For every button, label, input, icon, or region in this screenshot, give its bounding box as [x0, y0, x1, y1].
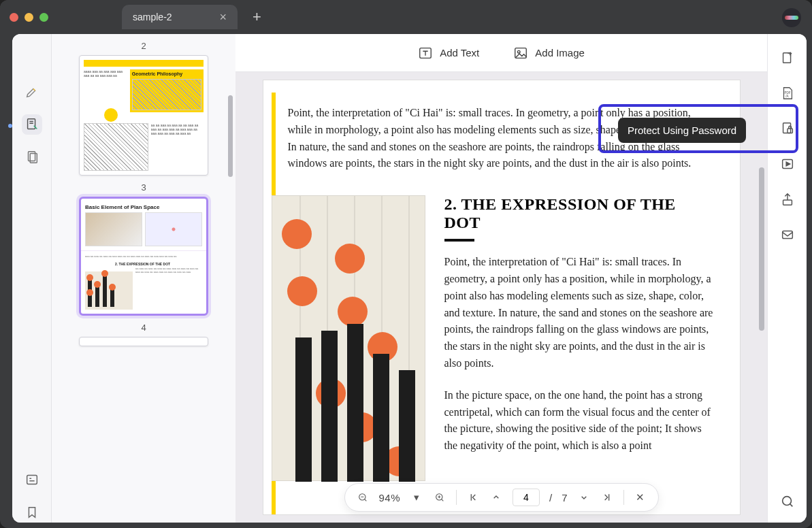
svg-point-6 [518, 50, 521, 53]
minimize-window-button[interactable] [25, 13, 33, 22]
bookmark-icon[interactable] [22, 502, 42, 523]
thumbnail-page-3[interactable]: Basic Element of Plan Space aaa aa aaa a… [79, 197, 208, 316]
prev-page-button[interactable] [489, 492, 503, 503]
right-tool-rail: PDF/A [767, 34, 807, 523]
zoom-out-button[interactable] [355, 492, 369, 503]
svg-rect-13 [787, 129, 792, 133]
body-paragraph: In the picture space, on the one hand, t… [444, 387, 717, 455]
artwork-image [272, 195, 425, 481]
page-number-input[interactable] [513, 489, 540, 506]
close-window-button[interactable] [10, 13, 18, 22]
svg-text:PDF: PDF [784, 91, 790, 95]
page-navigator: 94% ▾ / 7 ✕ [344, 483, 658, 512]
document-tab[interactable]: sample-2 × [122, 5, 238, 29]
zoom-level: 94% [378, 492, 400, 504]
svg-point-17 [782, 497, 791, 506]
last-page-button[interactable] [600, 492, 614, 503]
next-page-button[interactable] [577, 492, 591, 503]
slideshow-icon[interactable] [779, 155, 796, 173]
titlebar: sample-2 × + [0, 0, 812, 34]
zoom-dropdown[interactable]: ▾ [410, 491, 423, 504]
thumb-page-number: 2 [141, 41, 146, 51]
protect-tooltip: Protect Using Password [618, 118, 746, 143]
highlighter-icon[interactable] [22, 82, 42, 102]
thumb-page-number: 4 [141, 323, 146, 333]
svg-rect-15 [783, 200, 792, 205]
tab-title: sample-2 [133, 12, 172, 22]
svg-rect-0 [27, 119, 35, 129]
thumbnail-page-2[interactable]: aaaa aaa aa aaa aaa aaa aaa aa aa aaa aa… [79, 55, 208, 176]
page-scrollbar[interactable] [759, 167, 764, 331]
edit-page-icon[interactable] [22, 114, 42, 135]
svg-rect-12 [783, 123, 790, 133]
edit-toolbar: Add Text Add Image [236, 34, 767, 72]
left-tool-rail [12, 34, 52, 523]
pdfa-icon[interactable]: PDF/A [779, 84, 796, 102]
main-area: Add Text Add Image Point, the interpreta… [236, 34, 767, 523]
thumb-page-number: 3 [141, 182, 146, 193]
close-pager-button[interactable]: ✕ [634, 491, 647, 504]
form-field-icon[interactable] [22, 469, 42, 490]
svg-text:/A: /A [785, 95, 789, 98]
svg-rect-16 [782, 231, 792, 239]
document-page[interactable]: Point, the interpretation of "Ci Hai" is… [263, 80, 740, 514]
svg-rect-9 [783, 53, 790, 63]
search-icon[interactable] [779, 493, 796, 510]
close-tab-icon[interactable]: × [220, 10, 227, 24]
add-text-button[interactable]: Add Text [418, 46, 479, 61]
mail-icon[interactable] [779, 226, 796, 244]
rotate-icon[interactable] [779, 49, 796, 67]
protect-password-icon[interactable] [779, 120, 796, 137]
body-paragraph: Point, the interpretation of "Ci Hai" is… [444, 254, 717, 372]
pages-icon[interactable] [22, 147, 42, 167]
window-controls [10, 13, 48, 22]
page-sep: / [549, 492, 552, 504]
thumbnail-scrollbar[interactable] [228, 95, 233, 177]
zoom-in-button[interactable] [433, 492, 446, 503]
share-icon[interactable] [779, 191, 796, 208]
thumbnail-panel: 2 aaaa aaa aa aaa aaa aaa aaa aa aa aaa … [52, 34, 236, 523]
first-page-button[interactable] [466, 492, 480, 503]
svg-rect-3 [27, 476, 37, 484]
section-heading: 2. THE EXPRESSION OF THE DOT [444, 195, 717, 232]
page-total: 7 [562, 492, 567, 504]
add-image-button[interactable]: Add Image [513, 46, 585, 61]
thumbnail-page-4[interactable] [79, 337, 208, 346]
profile-avatar[interactable] [782, 8, 801, 27]
zoom-window-button[interactable] [39, 13, 48, 22]
new-tab-button[interactable]: + [253, 8, 261, 26]
